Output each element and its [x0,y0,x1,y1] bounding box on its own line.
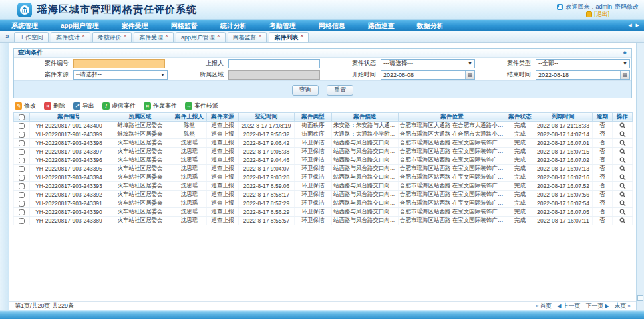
nav-item-0[interactable]: 系统管理 [0,20,49,31]
calendar-icon[interactable]: ▦ [620,71,629,79]
row-checkbox[interactable] [19,123,25,129]
tab-close-icon[interactable]: × [165,33,168,39]
cell-overdue: 否 [593,181,613,190]
type-select[interactable]: --全部-- ▼ [536,59,630,68]
nav-item-8[interactable]: 数据分析 [406,20,455,31]
tab-close-icon[interactable]: × [124,33,127,39]
prev-page-icon: ◀ [557,303,561,309]
cell-id: YH-20220817-903-243390 [30,207,108,216]
start-time-datepicker[interactable]: 2022-08-08 ▦ [381,70,475,80]
column-header-11: 操作 [613,112,633,121]
nav-item-1[interactable]: app用户管理 [49,20,110,31]
row-detail-button[interactable] [613,147,633,156]
cell-type: 环卫保洁 [295,173,332,181]
source-select[interactable]: --请选择-- ▼ [73,70,168,80]
tab-5[interactable]: 网格监督× [228,32,267,42]
cell-region: 蚌埠路社区居委会 [108,121,172,130]
expand-sidebar-button[interactable]: » [2,31,13,42]
invalid-case-button[interactable]: ×作废案件 [144,102,177,110]
toolbar-label: 作废案件 [153,102,177,110]
row-checkbox[interactable] [19,158,25,163]
logout-link[interactable]: [退出] [594,11,609,18]
row-detail-button[interactable] [613,199,633,207]
row-checkbox[interactable] [19,192,25,198]
edit-button[interactable]: ✎修改 [15,102,36,110]
row-detail-button[interactable] [613,207,633,216]
cell-status: 完成 [506,181,534,190]
first-page-icon: « [536,303,538,309]
next-page-button[interactable]: 下一页 ▶ [585,302,609,310]
collapsed-sidebar[interactable] [0,43,9,310]
nav-item-6[interactable]: 网格信息 [307,20,357,31]
row-detail-button[interactable] [613,121,633,130]
row-detail-button[interactable] [613,164,633,173]
tab-2[interactable]: 考核评价× [92,32,132,42]
content-area: 查询条件 « 案件编号 上报人 案件状态 ---请选择--- ▼ 案件类型 [0,43,644,310]
scrollbar-handle[interactable] [637,295,643,301]
cell-reporter: 陈然 [172,130,207,138]
row-checkbox[interactable] [19,175,25,181]
magnifier-icon [619,157,626,163]
row-detail-button[interactable] [613,138,633,147]
row-checkbox[interactable] [19,201,25,207]
case-no-input[interactable] [73,59,165,68]
first-page-button[interactable]: « 首页 [536,302,552,310]
row-detail-button[interactable] [613,130,633,138]
row-checkbox[interactable] [19,149,25,155]
transfer-case-button[interactable]: →案件转派 [185,102,218,110]
tab-close-icon[interactable]: × [259,33,262,39]
row-detail-button[interactable] [613,156,633,164]
search-button[interactable]: 查询 [292,85,319,96]
export-button[interactable]: ↗导出 [73,102,94,110]
nav-scroll-arrows[interactable]: ◀ ▶ [628,23,641,28]
delete-button[interactable]: ×删除 [44,102,65,110]
tab-close-icon[interactable]: × [300,33,303,39]
table-row: YH-20220817-903-243392火车站社区居委会沈思瑶巡查上报202… [14,190,633,199]
row-checkbox[interactable] [19,132,25,138]
last-page-button[interactable]: 末页 » [615,302,631,310]
nav-item-5[interactable]: 考勤管理 [258,20,307,31]
row-detail-button[interactable] [613,181,633,190]
fake-case-button[interactable]: !虚假案件 [102,102,136,110]
cell-region: 火车站社区居委会 [108,164,172,173]
tab-close-icon[interactable]: × [82,33,85,39]
row-checkbox[interactable] [19,218,25,224]
tab-1[interactable]: 案件统计× [51,32,90,42]
cell-location: 合肥市瑶海区站西路 在宝文国际装饰广场附近 [399,190,506,199]
table-row: YH-20220817-903-243398火车站社区居委会沈思瑶巡查上报202… [14,138,633,147]
prev-page-button[interactable]: ◀ 上一页 [557,302,580,310]
tab-close-icon[interactable]: × [217,33,220,39]
table-row: YH-20220817-903-243397火车站社区居委会沈思瑶巡查上报202… [14,147,633,156]
cell-type: 环卫保洁 [295,181,332,190]
change-password-link[interactable]: 密码修改 [615,3,639,11]
row-detail-button[interactable] [613,216,633,225]
select-all-checkbox[interactable] [19,114,25,120]
nav-item-3[interactable]: 网格监督 [160,20,209,31]
tab-3[interactable]: 案件受理× [134,32,174,42]
cell-due_time: 2022-08-17 21:18:33 [534,121,593,130]
tab-0[interactable]: 工作空间 [14,32,49,42]
nav-item-2[interactable]: 案件受理 [110,20,160,31]
nav-item-4[interactable]: 统计分析 [209,20,258,31]
cell-id: YH-20220817-903-243397 [30,147,108,156]
nav-item-7[interactable]: 路面巡查 [357,20,406,31]
reporter-input[interactable] [228,59,320,68]
row-checkbox[interactable] [19,140,25,146]
row-checkbox[interactable] [19,183,25,189]
row-checkbox[interactable] [19,209,25,215]
cell-type: 环卫保洁 [295,199,332,207]
row-detail-button[interactable] [613,190,633,199]
cell-reporter: 沈思瑶 [172,181,207,190]
cell-region: 火车站社区居委会 [108,181,172,190]
calendar-icon[interactable]: ▦ [465,71,474,79]
tab-6[interactable]: 案件列表× [269,32,309,42]
reset-button[interactable]: 重置 [327,85,353,96]
status-select[interactable]: ---请选择--- ▼ [381,59,475,68]
row-checkbox[interactable] [19,166,25,172]
collapse-panel-icon[interactable]: « [622,51,629,55]
tab-4[interactable]: app用户管理× [176,32,226,42]
end-time-datepicker[interactable]: 2022-08-18 ▦ [536,70,630,80]
magnifier-icon [619,131,626,138]
right-scrollbar[interactable] [636,43,644,310]
row-detail-button[interactable] [613,173,633,181]
